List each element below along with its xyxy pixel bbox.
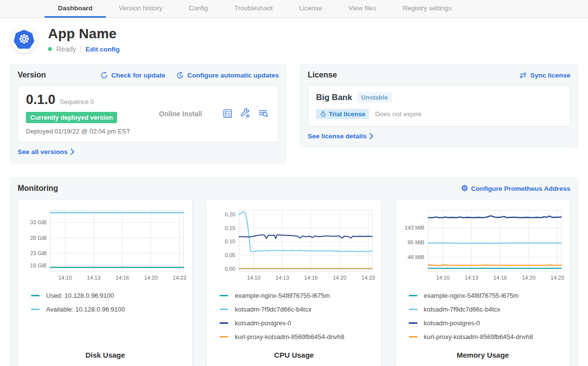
- chevron-right-icon: [71, 149, 74, 155]
- nav-tabs: Dashboard Version history Config Trouble…: [45, 0, 465, 18]
- version-heading: Version: [18, 71, 46, 79]
- legend-dash-icon: [409, 309, 417, 310]
- cpu-legend: example-nginx-54f8f76755-l675mkotsadm-7f…: [213, 292, 375, 347]
- legend-label: kotsadm-postgres-0: [235, 319, 291, 327]
- chart-title: CPU Usage: [213, 347, 375, 359]
- tab-license[interactable]: License: [286, 0, 336, 18]
- disk-chart: 19 GiB23 GiB28 GiB33 GiB14:1014:1314:161…: [24, 205, 186, 286]
- tab-version-history[interactable]: Version history: [106, 0, 176, 18]
- chart-title: Disk Usage: [24, 347, 186, 359]
- svg-text:14:10: 14:10: [58, 275, 72, 281]
- divider: [80, 46, 81, 53]
- sync-license-button[interactable]: Sync license: [519, 71, 570, 79]
- legend-dash-icon: [220, 295, 228, 296]
- app-header: ☸ App Name Ready Edit config: [0, 18, 588, 62]
- svg-text:143 MiB: 143 MiB: [404, 225, 424, 231]
- install-type-label: Online Install: [139, 110, 222, 118]
- svg-text:14:16: 14:16: [116, 275, 129, 281]
- legend-item: kurl-proxy-kotsadm-8569fb6454-dnvh8: [220, 333, 375, 340]
- svg-text:14:13: 14:13: [465, 275, 478, 281]
- monitoring-heading: Monitoring: [18, 184, 58, 193]
- svg-text:14:13: 14:13: [87, 275, 100, 281]
- legend-item: example-nginx-54f8f76755-l675m: [220, 292, 375, 299]
- disk-legend: Used: 10.128.0.96:9100Available: 10.128.…: [24, 292, 186, 319]
- configure-automatic-updates-button[interactable]: Configure automatic updates: [176, 71, 279, 79]
- memory-chart-card: 48 MiB95 MiB143 MiB14:1014:1314:1614:201…: [395, 199, 570, 366]
- currently-deployed-badge: Currently deployed version: [26, 112, 117, 123]
- legend-label: example-nginx-54f8f76755-l675m: [424, 292, 519, 299]
- svg-text:95 MiB: 95 MiB: [407, 239, 424, 245]
- legend-label: example-nginx-54f8f76755-l675m: [235, 292, 330, 299]
- svg-text:14:20: 14:20: [144, 275, 158, 281]
- svg-text:0.05: 0.05: [225, 252, 236, 258]
- sync-icon: [519, 71, 527, 79]
- refresh-icon: [100, 71, 108, 79]
- chevron-right-icon: [369, 133, 373, 139]
- gear-icon: ⚙: [461, 184, 468, 192]
- svg-text:0.15: 0.15: [225, 225, 236, 231]
- view-logs-icon[interactable]: [258, 108, 269, 119]
- see-all-versions-link[interactable]: See all versions: [18, 148, 279, 156]
- preflight-checks-icon[interactable]: [222, 108, 233, 119]
- legend-label: kotsadm-7f9dc7d66c-b4tcx: [235, 306, 311, 313]
- legend-label: kurl-proxy-kotsadm-8569fb6454-dnvh8: [424, 333, 533, 340]
- configure-prometheus-button[interactable]: ⚙ Configure Prometheus Address: [461, 184, 570, 192]
- memory-legend: example-nginx-54f8f76755-l675mkotsadm-7f…: [402, 292, 564, 347]
- status-badge: Ready: [56, 45, 76, 53]
- legend-dash-icon: [31, 295, 40, 296]
- legend-label: kurl-proxy-kotsadm-8569fb6454-dnvh8: [235, 333, 344, 340]
- legend-label: Available: 10.128.0.96:9100: [46, 306, 125, 313]
- svg-text:19 GiB: 19 GiB: [30, 262, 47, 268]
- tab-dashboard[interactable]: Dashboard: [45, 0, 106, 18]
- legend-item: kurl-proxy-kotsadm-8569fb6454-dnvh8: [409, 333, 564, 340]
- legend-label: Used: 10.128.0.96:9100: [46, 292, 114, 299]
- svg-text:14:23: 14:23: [173, 275, 187, 281]
- license-expiration: Does not expire: [375, 110, 421, 118]
- svg-text:14:20: 14:20: [333, 275, 346, 281]
- svg-text:14:16: 14:16: [304, 275, 318, 281]
- legend-dash-icon: [31, 309, 40, 310]
- see-license-details-link[interactable]: See license details: [308, 132, 570, 140]
- edit-config-wrench-icon[interactable]: [240, 108, 250, 119]
- disk-chart-card: 19 GiB23 GiB28 GiB33 GiB14:1014:1314:161…: [18, 199, 193, 366]
- version-card: Version Check for update Configure au: [10, 64, 287, 163]
- legend-item: kotsadm-7f9dc7d66c-b4tcx: [220, 306, 375, 313]
- cpu-chart: 0.000.050.100.150.2014:1014:1314:1614:20…: [213, 205, 375, 286]
- tab-config[interactable]: Config: [175, 0, 221, 18]
- svg-text:28 GiB: 28 GiB: [30, 235, 47, 241]
- edit-config-link[interactable]: Edit config: [85, 46, 120, 53]
- license-assignee: Big Bank: [316, 93, 352, 103]
- svg-text:14:10: 14:10: [436, 275, 450, 281]
- svg-text:14:23: 14:23: [362, 275, 375, 281]
- version-number: 0.1.0: [26, 92, 55, 107]
- svg-text:0.10: 0.10: [225, 238, 236, 244]
- svg-text:14:10: 14:10: [247, 275, 261, 281]
- schedule-update-icon: [176, 71, 184, 79]
- memory-chart: 48 MiB95 MiB143 MiB14:1014:1314:1614:201…: [402, 205, 564, 286]
- legend-dash-icon: [409, 295, 417, 296]
- legend-dash-icon: [220, 309, 228, 310]
- legend-dash-icon: [220, 322, 228, 324]
- tab-registry-settings[interactable]: Registry settings: [390, 0, 465, 18]
- kubernetes-icon: ☸: [14, 30, 34, 50]
- chart-title: Memory Usage: [402, 347, 564, 359]
- version-sequence: Sequence 0: [60, 98, 94, 105]
- legend-item: example-nginx-54f8f76755-l675m: [409, 292, 564, 299]
- page-title: App Name: [48, 26, 120, 42]
- svg-text:14:16: 14:16: [493, 275, 507, 281]
- legend-dash-icon: [220, 336, 228, 338]
- top-navigation: Dashboard Version history Config Trouble…: [0, 0, 588, 18]
- monitoring-charts: 19 GiB23 GiB28 GiB33 GiB14:1014:1314:161…: [18, 199, 570, 366]
- status-dot-icon: [48, 47, 52, 51]
- legend-item: kotsadm-postgres-0: [220, 319, 375, 327]
- svg-text:33 GiB: 33 GiB: [30, 219, 47, 225]
- legend-label: kotsadm-7f9dc7d66c-b4tcx: [424, 306, 500, 313]
- tab-troubleshoot[interactable]: Troubleshoot: [221, 0, 286, 18]
- check-for-update-button[interactable]: Check for update: [100, 71, 165, 79]
- legend-item: kotsadm-7f9dc7d66c-b4tcx: [409, 306, 564, 313]
- svg-text:0.00: 0.00: [225, 266, 236, 272]
- svg-text:48 MiB: 48 MiB: [407, 254, 424, 260]
- legend-dash-icon: [409, 322, 417, 324]
- stopwatch-icon: [320, 111, 326, 117]
- tab-view-files[interactable]: View files: [335, 0, 390, 18]
